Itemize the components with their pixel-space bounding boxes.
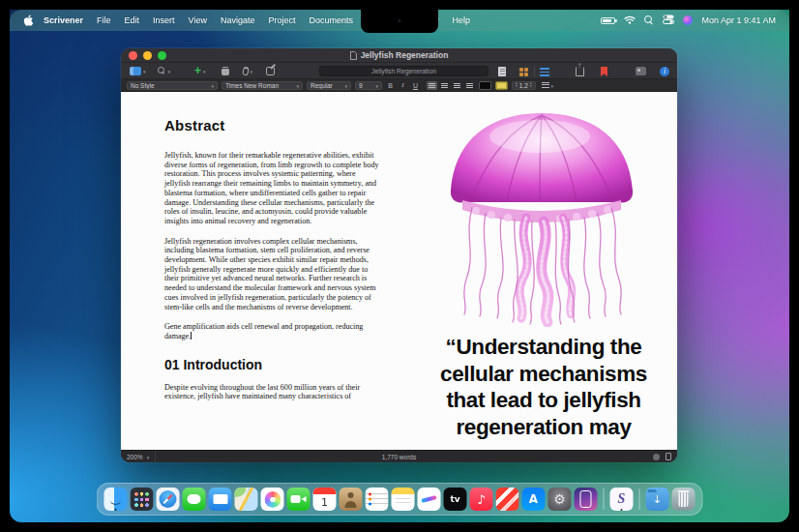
word-count: 1,770 words — [121, 454, 677, 460]
menu-status-area: Mon Apr 1 9:41 AM — [601, 15, 776, 26]
dock-item-freeform[interactable] — [418, 488, 441, 511]
dock-item-photos[interactable] — [261, 488, 284, 511]
media-icon[interactable] — [636, 67, 646, 75]
abstract-heading: Abstract — [164, 117, 379, 133]
underline-button[interactable]: U — [411, 82, 420, 89]
highlight-color-swatch[interactable] — [495, 81, 508, 90]
dock-item-news[interactable] — [496, 488, 519, 511]
wifi-icon[interactable] — [624, 15, 636, 26]
align-center-button[interactable] — [439, 81, 450, 90]
text-cursor — [191, 332, 192, 340]
dock-item-messages[interactable] — [183, 488, 206, 511]
outline-view-icon[interactable] — [540, 68, 549, 76]
dock-item-mail[interactable] — [209, 488, 232, 511]
toolbar-search-field[interactable]: Jellyfish Regeneration — [319, 66, 488, 76]
menu-view[interactable]: View — [182, 15, 214, 25]
toolbar: ▾ ▾ +▾ ▾ Jellyfish Regeneration i — [121, 63, 677, 79]
bold-button[interactable]: B — [386, 82, 395, 89]
menu-navigate[interactable]: Navigate — [214, 15, 262, 25]
list-style-icon[interactable]: ▾ — [542, 81, 554, 89]
inspector-info-icon[interactable]: i — [660, 67, 669, 76]
editor-page[interactable]: Abstract Jellyfish, known for their rema… — [121, 92, 677, 450]
dock-item-notes[interactable] — [392, 488, 415, 511]
bookmark-icon[interactable] — [601, 67, 607, 76]
device-frame: Scrivener File Edit Insert View Navigate… — [0, 0, 799, 532]
abstract-paragraph-1: Jellyfish, known for their remarkable re… — [164, 151, 379, 226]
dock-item-settings[interactable]: ⚙ — [548, 488, 572, 511]
dock-separator — [639, 488, 640, 510]
style-select[interactable]: No Style▾ — [127, 81, 218, 90]
dock-item-finder[interactable] — [104, 488, 128, 511]
menu-scrivener[interactable]: Scrivener — [37, 15, 90, 25]
control-center-icon[interactable] — [663, 15, 674, 26]
dock-item-launchpad[interactable] — [131, 488, 154, 511]
spotlight-search-icon[interactable] — [644, 15, 654, 25]
font-variant-select[interactable]: Regular▾ — [307, 81, 351, 90]
italic-button[interactable]: I — [399, 81, 407, 89]
dock-item-facetime[interactable] — [287, 488, 311, 511]
menu-project[interactable]: Project — [261, 15, 302, 25]
camera-notch — [361, 10, 438, 33]
battery-icon[interactable] — [601, 17, 615, 24]
apple-menu-icon[interactable] — [23, 15, 33, 26]
align-justify-button[interactable] — [464, 81, 475, 90]
document-icon — [350, 51, 357, 60]
page-view-icon[interactable] — [666, 453, 671, 460]
paperclip-icon[interactable] — [242, 66, 249, 75]
dock-item-trash[interactable] — [672, 488, 695, 511]
dock-item-reminders[interactable] — [366, 488, 389, 511]
dock-item-music[interactable]: ♪ — [470, 488, 493, 511]
dock-item-iphone-mirroring[interactable] — [575, 488, 598, 511]
menu-file[interactable]: File — [90, 15, 118, 25]
share-icon[interactable] — [576, 67, 584, 76]
text-column: Abstract Jellyfish, known for their rema… — [164, 92, 379, 401]
menu-documents[interactable]: Documents — [302, 15, 360, 25]
dock-item-maps[interactable] — [235, 488, 258, 511]
dock-item-scrivener[interactable]: S — [610, 488, 634, 511]
abstract-paragraph-3: Gene amplification aids cell renewal and… — [164, 322, 379, 340]
menu-help[interactable]: Help — [446, 15, 478, 25]
dock-item-apple-tv[interactable]: tv — [444, 488, 467, 511]
text-color-swatch[interactable] — [479, 81, 491, 90]
siri-icon[interactable] — [683, 15, 693, 25]
desktop: Scrivener File Edit Insert View Navigate… — [10, 10, 789, 522]
introduction-paragraph-1: Despite evolving throughout the last 600… — [164, 383, 379, 401]
document-view-icon[interactable] — [498, 67, 506, 76]
dock-item-safari[interactable] — [157, 488, 180, 511]
line-spacing-control[interactable]: ▴▾ 1.2 ▴▾ — [512, 81, 536, 90]
pull-quote: “Understanding the cellular mechanisms t… — [423, 334, 665, 440]
progress-circle-icon[interactable] — [653, 454, 660, 460]
font-select[interactable]: Times New Roman▾ — [222, 81, 303, 90]
abstract-paragraph-2: Jellyfish regeneration involves complex … — [164, 237, 379, 312]
format-bar: No Style▾ Times New Roman▾ Regular▾ 9▾ B… — [121, 79, 677, 92]
binder-toggle-icon[interactable] — [130, 67, 141, 75]
window-title-bar[interactable]: Jellyfish Regeneration — [121, 48, 677, 63]
window-footer: 200%▾ 1,770 words — [121, 450, 677, 462]
dock-separator — [604, 488, 605, 510]
add-item-icon[interactable]: + — [194, 67, 201, 75]
font-size-select[interactable]: 9▾ — [355, 81, 382, 90]
dock-item-downloads[interactable]: ↓ — [646, 488, 669, 511]
scrivener-window: Jellyfish Regeneration ▾ ▾ +▾ ▾ Jellyfis… — [121, 48, 677, 462]
corkboard-view-icon[interactable] — [519, 68, 528, 76]
trash-icon[interactable] — [222, 67, 229, 75]
menu-clock[interactable]: Mon Apr 1 9:41 AM — [701, 15, 776, 25]
dock-item-calendar[interactable]: 1 — [313, 488, 337, 511]
dock: 1 tv ♪ A ⚙ S ↓ — [97, 483, 703, 516]
window-title: Jellyfish Regeneration — [121, 50, 677, 60]
jellyfish-illustration — [426, 100, 658, 327]
compose-icon[interactable] — [266, 67, 275, 75]
introduction-heading: 01 Introduction — [164, 357, 379, 372]
align-right-button[interactable] — [452, 81, 462, 90]
menu-insert[interactable]: Insert — [146, 15, 182, 25]
search-icon[interactable] — [158, 67, 166, 75]
align-left-button[interactable] — [427, 81, 437, 90]
menu-edit[interactable]: Edit — [118, 15, 147, 25]
dock-item-app-store[interactable]: A — [522, 488, 546, 511]
dock-item-contacts[interactable] — [340, 488, 363, 511]
